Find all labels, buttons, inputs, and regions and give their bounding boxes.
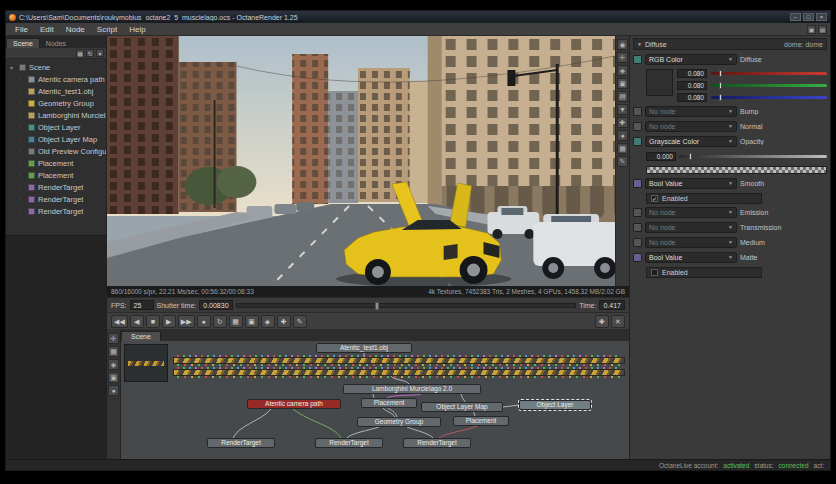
settings-icon[interactable]: ✚ bbox=[617, 117, 628, 128]
graph-node[interactable]: Geometry Group bbox=[357, 417, 441, 427]
graph-tab-scene[interactable]: Scene bbox=[121, 331, 161, 341]
graph-node[interactable]: Placement bbox=[361, 398, 417, 408]
edit-icon[interactable]: ✎ bbox=[617, 156, 628, 167]
pick-icon[interactable]: ✛ bbox=[617, 52, 628, 63]
tree-item[interactable]: ·RenderTarget bbox=[6, 205, 106, 217]
transmission-dropdown[interactable]: No node▼ bbox=[645, 222, 737, 233]
normal-dropdown[interactable]: No node▼ bbox=[645, 121, 737, 132]
checkbox-checked-icon[interactable]: ✓ bbox=[651, 195, 658, 202]
diamond-button[interactable]: ◈ bbox=[261, 315, 275, 328]
render-viewport[interactable] bbox=[107, 36, 615, 286]
expander-icon[interactable]: ▾ bbox=[10, 64, 16, 71]
time-field[interactable]: 0.417 bbox=[599, 300, 625, 310]
graph-node[interactable]: RenderTarget bbox=[207, 438, 275, 448]
region-icon[interactable]: ▣ bbox=[617, 78, 628, 89]
tree-item[interactable]: ·Placement bbox=[6, 157, 106, 169]
tab-nodes[interactable]: Nodes bbox=[40, 39, 72, 48]
camera-icon[interactable]: ◉ bbox=[617, 39, 628, 50]
add-button[interactable]: ✚ bbox=[277, 315, 291, 328]
graph-node-camera[interactable]: Atentic camera path bbox=[247, 399, 341, 409]
save-icon[interactable]: ▼ bbox=[617, 104, 628, 115]
minimize-button[interactable]: – bbox=[790, 13, 801, 21]
blue-value-field[interactable]: 0.080 bbox=[677, 93, 707, 102]
smooth-dropdown[interactable]: Bool Value▼ bbox=[645, 178, 737, 189]
tree-item[interactable]: ·Object Layer Map bbox=[6, 133, 106, 145]
red-slider[interactable] bbox=[711, 72, 827, 75]
slider-handle[interactable] bbox=[719, 82, 722, 89]
edit-button[interactable]: ✎ bbox=[293, 315, 307, 328]
title-bar[interactable]: C:\Users\Sam\Documents\roukymobius_octan… bbox=[6, 11, 830, 23]
maximize-button[interactable]: □ bbox=[803, 13, 814, 21]
grid-tool-icon[interactable]: ▦ bbox=[108, 346, 119, 357]
tree-item[interactable]: ·Object Layer bbox=[6, 121, 106, 133]
bump-dropdown[interactable]: No node▼ bbox=[645, 106, 737, 117]
refresh-button[interactable]: ↻ bbox=[213, 315, 227, 328]
graph-node[interactable]: RenderTarget bbox=[315, 438, 383, 448]
slider-handle[interactable] bbox=[719, 94, 722, 101]
record-button[interactable]: ● bbox=[197, 315, 211, 328]
graph-node-selected[interactable]: Object Layer bbox=[519, 400, 591, 410]
lock-icon[interactable]: ▤ bbox=[617, 91, 628, 102]
dot-tool-icon[interactable]: ● bbox=[108, 385, 119, 396]
graph-node[interactable]: RenderTarget bbox=[403, 438, 471, 448]
pin-icon[interactable]: ▣ bbox=[807, 25, 816, 34]
menu-node[interactable]: Node bbox=[60, 25, 91, 34]
graph-node[interactable]: Placement bbox=[453, 416, 509, 426]
close-button[interactable]: × bbox=[816, 13, 827, 21]
tree-item[interactable]: ·RenderTarget bbox=[6, 193, 106, 205]
matte-dropdown[interactable]: Bool Value▼ bbox=[645, 252, 737, 263]
shutter-field[interactable]: 0.00830 bbox=[199, 300, 232, 310]
color-swatch[interactable] bbox=[646, 69, 673, 96]
tree-root[interactable]: ▾ Scene bbox=[6, 61, 106, 73]
filter-icon[interactable]: ▦ bbox=[76, 49, 84, 57]
checkbox-unchecked-icon[interactable] bbox=[651, 269, 658, 276]
menu-file[interactable]: File bbox=[9, 25, 34, 34]
move-tool-icon[interactable]: ✛ bbox=[108, 333, 119, 344]
emission-dropdown[interactable]: No node▼ bbox=[645, 207, 737, 218]
menu-help[interactable]: Help bbox=[123, 25, 151, 34]
graph-node[interactable]: Lamborghini Murcielago 2.0 bbox=[343, 384, 481, 394]
collapse-icon[interactable]: ▾ bbox=[96, 49, 104, 57]
menu-script[interactable]: Script bbox=[91, 25, 123, 34]
blue-slider[interactable] bbox=[711, 96, 827, 99]
grid-button[interactable]: ▦ bbox=[229, 315, 243, 328]
opacity-value-field[interactable]: 0.000 bbox=[646, 152, 676, 161]
tree-item[interactable]: ·RenderTarget bbox=[6, 181, 106, 193]
tree-item[interactable]: ·Geometry Group bbox=[6, 97, 106, 109]
tree-item[interactable]: ·Old Preview Configuration bbox=[6, 145, 106, 157]
timeline-handle[interactable] bbox=[375, 302, 379, 310]
collapsed-node-strip[interactable] bbox=[173, 357, 625, 364]
node-tool-icon[interactable]: ◈ bbox=[108, 359, 119, 370]
red-value-field[interactable]: 0.080 bbox=[677, 69, 707, 78]
layout-icon[interactable]: ▤ bbox=[818, 25, 827, 34]
fast-forward-button[interactable]: ▶▶ bbox=[178, 315, 195, 328]
grid-icon[interactable]: ▦ bbox=[617, 143, 628, 154]
tree-item[interactable]: ·Lamborghini Murcielago 2.0 bbox=[6, 109, 106, 121]
node-graph-canvas[interactable]: Atentic_test1.obj Lamborghini Murcielago… bbox=[121, 341, 629, 459]
frame-tool-icon[interactable]: ▣ bbox=[108, 372, 119, 383]
stop-button[interactable]: ■ bbox=[146, 315, 160, 328]
tab-scene[interactable]: Scene bbox=[6, 38, 40, 48]
fps-field[interactable]: 25 bbox=[130, 300, 154, 310]
green-value-field[interactable]: 0.080 bbox=[677, 81, 707, 90]
add-node-button[interactable]: ✚ bbox=[595, 315, 609, 328]
matte-enabled-row[interactable]: Enabled bbox=[646, 267, 762, 278]
sync-icon[interactable]: ↻ bbox=[86, 49, 94, 57]
slider-handle[interactable] bbox=[719, 70, 722, 77]
tree-item[interactable]: ·Atentic camera path bbox=[6, 73, 106, 85]
opacity-dropdown[interactable]: Grayscale Color▼ bbox=[645, 136, 737, 147]
delete-node-button[interactable]: ✕ bbox=[611, 315, 625, 328]
graph-node[interactable]: Object Layer Map bbox=[421, 402, 503, 412]
inspector-header[interactable]: ▼ Diffuse dome: dome bbox=[633, 38, 827, 50]
info-icon[interactable]: ● bbox=[617, 130, 628, 141]
focus-icon[interactable]: ◈ bbox=[617, 65, 628, 76]
panel-button[interactable]: ▣ bbox=[245, 315, 259, 328]
play-button[interactable]: ▶ bbox=[162, 315, 176, 328]
graph-node[interactable]: Atentic_test1.obj bbox=[316, 343, 412, 353]
green-slider[interactable] bbox=[711, 84, 827, 87]
slider-handle[interactable] bbox=[689, 153, 692, 160]
tree-item[interactable]: ·Atentic_test1.obj bbox=[6, 85, 106, 97]
step-back-button[interactable]: ◀ bbox=[130, 315, 144, 328]
timeline-slider[interactable] bbox=[236, 303, 577, 308]
graph-minimap[interactable] bbox=[124, 344, 168, 382]
